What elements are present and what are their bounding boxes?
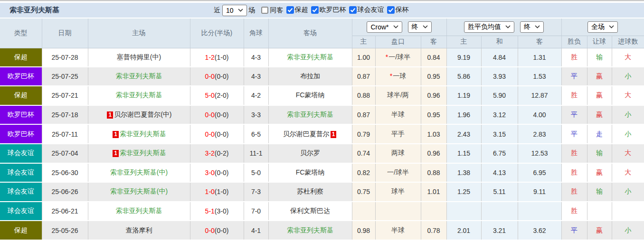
checkbox-unchecked-icon — [261, 7, 268, 14]
cell-avg-draw — [481, 202, 518, 221]
cell-handicap-line: *一球 — [375, 67, 421, 86]
odds-provider-select[interactable]: Crow* — [367, 21, 402, 33]
cell-handicap-line: 球半 — [375, 182, 421, 202]
team-name: 索非亚列夫斯基(中) — [110, 168, 168, 176]
period-dropdown-cell: 全场 — [561, 19, 644, 36]
cell-avg-home: 1.19 — [446, 86, 481, 105]
asterisk-icon: * — [390, 72, 392, 80]
cell-avg-away: 12.53 — [518, 144, 561, 163]
cell-avg-draw: 6.75 — [481, 144, 518, 163]
cell-date: 25-07-11 — [42, 124, 88, 144]
cell-result-goals: 小 — [612, 67, 644, 86]
full-time-score: 1-0 — [205, 188, 215, 195]
recent-count-select[interactable]: 10 — [222, 5, 247, 16]
chevron-down-icon — [393, 25, 398, 28]
filter-checkbox-球会友谊[interactable]: 球会友谊 — [346, 6, 384, 14]
full-time-score: 0-0 — [205, 111, 215, 119]
col-header-score: 比分(半场) — [190, 19, 244, 48]
match-row: 欧罗巴杯25-07-181贝尔谢巴夏普尔(中)0-0(0-0)3-3索非亚列夫斯… — [0, 105, 644, 125]
odds-time-select[interactable]: 终 — [408, 21, 432, 33]
cell-result-goals: 大 — [612, 163, 644, 183]
avg-time-value: 终 — [524, 23, 530, 31]
cell-handicap-line: 球半/两 — [375, 86, 421, 105]
cell-result-handicap: 输 — [587, 182, 612, 202]
cell-score: 0-0(0-0) — [190, 221, 244, 240]
cell-odds-away: 0.78 — [421, 221, 446, 240]
competition-filters: 保超欧罗巴杯球会友谊保杯 — [284, 6, 409, 15]
period-select[interactable]: 全场 — [587, 21, 618, 33]
cell-avg-home: 2.01 — [446, 221, 481, 240]
chevron-down-icon — [535, 25, 540, 28]
sub-header-avg-draw: 和 — [481, 36, 518, 48]
cell-avg-draw: 4.84 — [481, 48, 518, 67]
match-row: 球会友谊25-07-041索非亚列夫斯基3-2(0-2)11-1贝尔罗0.74两… — [0, 144, 644, 163]
filter-checkbox-欧罗巴杯[interactable]: 欧罗巴杯 — [308, 6, 346, 14]
cell-result-goals: 大 — [612, 86, 644, 105]
line-text: 一球 — [393, 72, 406, 80]
team-name: 索非亚列夫斯基 — [116, 207, 162, 214]
filter-checkbox-保超[interactable]: 保超 — [284, 6, 308, 14]
cell-home-team: 1贝尔谢巴夏普尔(中) — [88, 105, 190, 125]
title-bar: 索非亚列夫斯基 近 10 场 同客 保超欧罗巴杯球会友谊保杯 — [0, 3, 644, 18]
avg-odds-value: 胜平负均值 — [468, 23, 501, 31]
cell-home-team: 索非亚列夫斯基(中) — [88, 182, 190, 202]
cell-avg-away: 1.53 — [518, 67, 561, 86]
half-time-score: (1-0) — [215, 54, 229, 61]
line-text: 球半/两 — [387, 91, 409, 99]
cell-date: 25-05-26 — [42, 221, 88, 240]
cell-date: 25-07-21 — [42, 86, 88, 105]
filter-controls: 近 10 场 同客 保超欧罗巴杯球会友谊保杯 — [212, 3, 409, 18]
cell-result-outcome: 胜 — [561, 163, 587, 183]
match-row: 保超25-05-26查洛摩利0-0(0-0)4-1索非亚列夫斯基0.98半球0.… — [0, 221, 644, 240]
cell-odds-away: 0.96 — [421, 144, 446, 163]
checkmark-icon — [311, 6, 319, 14]
half-time-score: (0-0) — [215, 169, 229, 176]
line-text: 半球 — [391, 111, 405, 118]
same-away-checkbox[interactable]: 同客 — [257, 6, 284, 15]
cell-avg-home: 9.19 — [446, 48, 481, 67]
match-row: 保超25-07-21索非亚列夫斯基5-0(2-0)4-2FC蒙塔纳0.88球半/… — [0, 86, 644, 105]
cell-odds-away: 0.84 — [421, 48, 446, 67]
cell-home-team: 查洛摩利 — [88, 221, 190, 240]
cell-date: 25-06-26 — [42, 182, 88, 202]
cell-avg-home: 2.43 — [446, 124, 481, 144]
cell-avg-draw: 3.15 — [481, 124, 518, 144]
match-row: 球会友谊25-06-30索非亚列夫斯基(中)3-0(0-0)5-0FC蒙塔纳0.… — [0, 163, 644, 183]
chevron-down-icon — [505, 25, 511, 28]
cell-avg-draw: 3.21 — [481, 221, 518, 240]
full-time-score: 0-0 — [205, 130, 215, 138]
cell-odds-away: 0.95 — [421, 67, 446, 86]
cell-corners: 4-2 — [244, 86, 268, 105]
sub-header-odds-home: 主 — [352, 36, 375, 48]
checkbox-checked-icon — [286, 6, 294, 14]
cell-home-team: 1索非亚列夫斯基 — [88, 124, 190, 144]
cell-away-team: FC蒙塔纳 — [268, 163, 352, 183]
cell-date: 25-07-18 — [42, 105, 88, 125]
team-name: 布拉加 — [300, 72, 320, 80]
cell-away-team: 保利文斯巴达 — [268, 202, 352, 221]
cell-handicap-line — [375, 202, 421, 221]
cell-competition: 保超 — [0, 48, 42, 67]
filter-checkbox-保杯[interactable]: 保杯 — [384, 6, 409, 14]
red-card-badge: 1 — [331, 131, 337, 138]
filter-label: 球会友谊 — [358, 6, 384, 14]
cell-avg-home: 1.38 — [446, 163, 481, 183]
avg-time-select[interactable]: 终 — [520, 21, 544, 33]
cell-odds-home: 0.87 — [352, 67, 375, 86]
cell-score: 0-0(0-0) — [190, 67, 244, 86]
col-header-home: 主场 — [88, 19, 190, 48]
checkbox-checked-icon — [387, 6, 395, 14]
team-name: FC蒙塔纳 — [296, 168, 325, 176]
cell-result-outcome: 平 — [561, 221, 587, 240]
avg-odds-select[interactable]: 胜平负均值 — [464, 21, 514, 33]
cell-odds-home: 0.88 — [352, 86, 375, 105]
cell-away-team: 布拉加 — [268, 67, 352, 86]
period-value: 全场 — [591, 23, 605, 31]
sub-header-handicap: 让球 — [587, 36, 612, 48]
cell-avg-draw: 5.90 — [481, 86, 518, 105]
team-name: 查洛摩利 — [126, 226, 152, 234]
cell-home-team: 1索非亚列夫斯基 — [88, 144, 190, 163]
match-row: 保超25-07-28塞普特姆里(中)1-2(1-0)4-3索非亚列夫斯基1.00… — [0, 48, 644, 67]
cell-result-outcome: 胜 — [561, 182, 587, 202]
match-row: 欧罗巴杯25-07-25索非亚列夫斯基0-0(0-0)4-3布拉加0.87*一球… — [0, 67, 644, 86]
